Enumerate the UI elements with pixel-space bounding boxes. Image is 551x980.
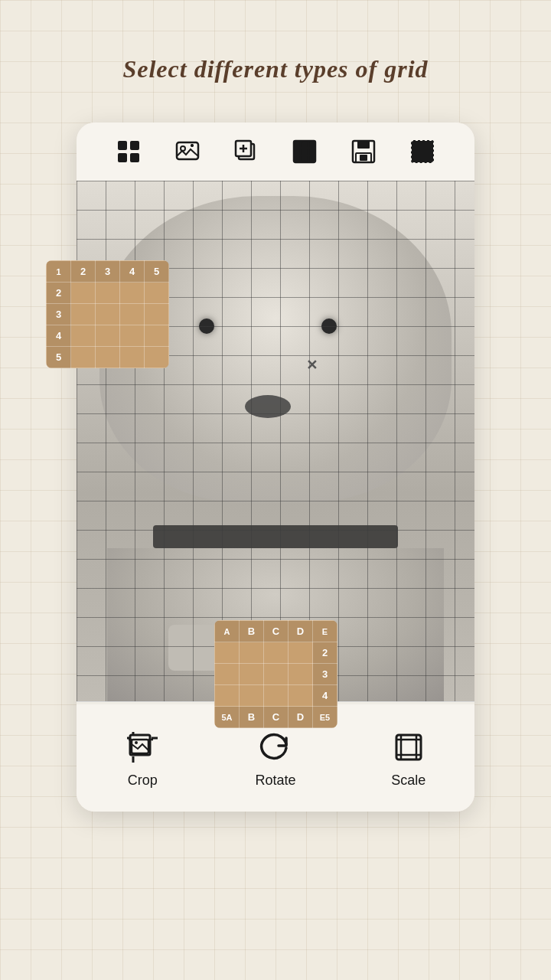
- scale-label: Scale: [391, 773, 425, 789]
- grid-cell: [71, 283, 96, 304]
- svg-rect-6: [118, 153, 127, 162]
- grid-label-bottomright: A B C D E 2 3 4 5A B: [214, 620, 337, 728]
- grid-corner: 1: [47, 261, 71, 283]
- grid-letter-row-3: 3: [215, 664, 337, 685]
- grid-cell: [145, 304, 169, 325]
- grid-cell: [145, 325, 169, 347]
- grid-row-num-4: 4: [313, 685, 337, 707]
- numbered-grid-table: 1 2 3 4 5 2 3 4 5: [46, 260, 169, 368]
- grid-cell-5c: C: [264, 707, 289, 728]
- grid-cell: [215, 642, 240, 664]
- grid-letter-row-2: 2: [215, 642, 337, 664]
- grid-row-4: 4: [47, 325, 169, 347]
- svg-rect-7: [130, 153, 139, 162]
- page-title: Select different types of grid: [0, 55, 551, 83]
- grid-dots-icon[interactable]: [407, 136, 438, 167]
- grid-row-num-3: 3: [313, 664, 337, 685]
- svg-rect-8: [177, 142, 198, 159]
- grid-cell: [96, 347, 120, 368]
- grid-header-row: 1 2 3 4 5: [47, 261, 169, 283]
- grid-cell: [264, 642, 289, 664]
- crop-tool[interactable]: Crop: [123, 728, 161, 789]
- grid-cell: [289, 685, 313, 707]
- grid-cell: [96, 304, 120, 325]
- grid-cell: [215, 664, 240, 685]
- svg-rect-5: [130, 141, 139, 150]
- grid-cell-5a: 5A: [215, 707, 240, 728]
- grid-cell: [215, 685, 240, 707]
- grid-col-5: 5: [145, 261, 169, 283]
- grid-row-label-3: 3: [47, 304, 71, 325]
- grid-row-3: 3: [47, 304, 169, 325]
- grid-cell-5e: E5: [313, 707, 337, 728]
- rotate-tool[interactable]: Rotate: [255, 728, 295, 789]
- svg-rect-4: [118, 141, 127, 150]
- grid-view-icon[interactable]: [289, 136, 320, 167]
- grid-cell: [240, 642, 264, 664]
- grid-cell: [264, 664, 289, 685]
- svg-rect-24: [360, 155, 367, 161]
- toolbar: [77, 122, 474, 181]
- svg-rect-25: [412, 141, 433, 162]
- grid-cell: [120, 283, 145, 304]
- grid-cell: [240, 685, 264, 707]
- grid-row-label-5: 5: [47, 347, 71, 368]
- grid-letter-row-5: 5A B C D E5: [215, 707, 337, 728]
- scale-tool[interactable]: Scale: [390, 728, 428, 789]
- grid-letter-col-a: A: [215, 621, 240, 642]
- rotate-icon: [256, 728, 295, 766]
- crop-label: Crop: [128, 773, 158, 789]
- grid-cell-5d: D: [289, 707, 313, 728]
- grid-cell: [120, 347, 145, 368]
- grid-cell: [71, 325, 96, 347]
- grid-cell: [120, 325, 145, 347]
- grid-cell: [264, 685, 289, 707]
- grid-cell: [240, 664, 264, 685]
- grid-cell: [71, 304, 96, 325]
- grid-letter-col-d: D: [289, 621, 313, 642]
- grid-letter-row-4: 4: [215, 685, 337, 707]
- grid-blocks-icon[interactable]: [113, 136, 144, 167]
- svg-rect-16: [294, 141, 315, 162]
- grid-cell: [289, 664, 313, 685]
- grid-col-3: 3: [96, 261, 120, 283]
- svg-rect-38: [401, 740, 416, 755]
- svg-point-9: [181, 146, 185, 151]
- grid-row-2: 2: [47, 283, 169, 304]
- add-image-icon[interactable]: [172, 136, 203, 167]
- grid-cell: [71, 347, 96, 368]
- svg-point-36: [135, 741, 138, 744]
- crop-icon: [123, 728, 161, 766]
- grid-col-2: 2: [71, 261, 96, 283]
- rotate-label: Rotate: [255, 773, 295, 789]
- grid-letter-col-e: E: [313, 621, 337, 642]
- grid-row-5: 5: [47, 347, 169, 368]
- grid-letter-header-row: A B C D E: [215, 621, 337, 642]
- grid-row-num-2: 2: [313, 642, 337, 664]
- grid-cell: [96, 325, 120, 347]
- grid-letter-col-c: C: [264, 621, 289, 642]
- grid-row-label-4: 4: [47, 325, 71, 347]
- svg-rect-22: [357, 141, 370, 149]
- lettered-grid-table: A B C D E 2 3 4 5A B: [214, 620, 337, 728]
- grid-cell: [145, 347, 169, 368]
- grid-label-topleft: 1 2 3 4 5 2 3 4 5: [46, 260, 169, 368]
- add-layer-icon[interactable]: [231, 136, 262, 167]
- grid-cell: [120, 304, 145, 325]
- scale-icon: [390, 728, 428, 766]
- grid-letter-col-b: B: [240, 621, 264, 642]
- save-icon[interactable]: [348, 136, 379, 167]
- grid-row-label-2: 2: [47, 283, 71, 304]
- grid-cell: [96, 283, 120, 304]
- x-marker: ✕: [306, 357, 318, 374]
- grid-cell-5b: B: [240, 707, 264, 728]
- grid-cell: [289, 642, 313, 664]
- grid-col-4: 4: [120, 261, 145, 283]
- grid-cell: [145, 283, 169, 304]
